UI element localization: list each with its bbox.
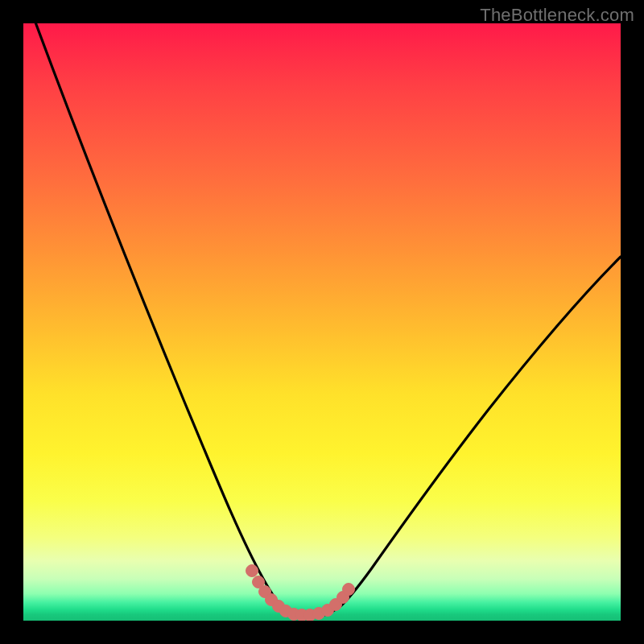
chart-stage: TheBottleneck.com (0, 0, 644, 644)
gradient-plot-area (23, 23, 621, 621)
watermark-text: TheBottleneck.com (480, 5, 634, 26)
